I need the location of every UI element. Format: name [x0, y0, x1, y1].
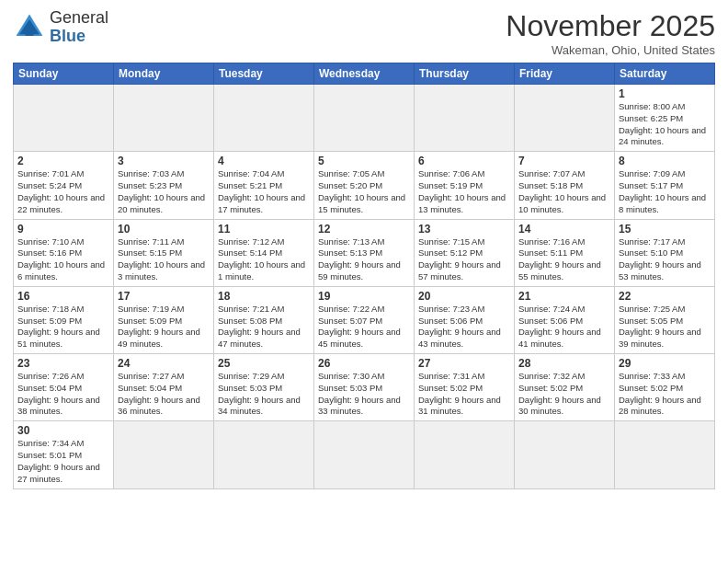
calendar-cell [515, 85, 615, 152]
day-info: Sunrise: 7:04 AMSunset: 5:21 PMDaylight:… [218, 168, 310, 215]
calendar-cell: 17Sunrise: 7:19 AMSunset: 5:09 PMDayligh… [114, 286, 214, 353]
day-info: Sunrise: 7:05 AMSunset: 5:20 PMDaylight:… [318, 168, 410, 215]
day-number: 12 [318, 223, 410, 236]
calendar-cell [314, 85, 415, 152]
day-number: 9 [17, 223, 109, 236]
calendar-cell: 18Sunrise: 7:21 AMSunset: 5:08 PMDayligh… [214, 286, 314, 353]
calendar-week-row: 23Sunrise: 7:26 AMSunset: 5:04 PMDayligh… [14, 354, 715, 421]
calendar-cell: 7Sunrise: 7:07 AMSunset: 5:18 PMDaylight… [515, 152, 615, 219]
calendar-cell [14, 85, 114, 152]
calendar-cell: 9Sunrise: 7:10 AMSunset: 5:16 PMDaylight… [14, 219, 114, 286]
calendar-cell: 24Sunrise: 7:27 AMSunset: 5:04 PMDayligh… [114, 354, 214, 421]
calendar-cell: 26Sunrise: 7:30 AMSunset: 5:03 PMDayligh… [314, 354, 415, 421]
calendar-cell: 21Sunrise: 7:24 AMSunset: 5:06 PMDayligh… [515, 286, 615, 353]
calendar-cell [515, 421, 615, 488]
col-thursday: Thursday [415, 63, 515, 85]
logo-general: General [50, 9, 108, 28]
day-info: Sunrise: 7:30 AMSunset: 5:03 PMDaylight:… [318, 371, 410, 418]
day-info: Sunrise: 7:24 AMSunset: 5:06 PMDaylight:… [518, 304, 610, 350]
calendar-week-row: 1Sunrise: 8:00 AMSunset: 6:25 PMDaylight… [14, 85, 715, 152]
col-tuesday: Tuesday [214, 63, 314, 85]
calendar-cell: 4Sunrise: 7:04 AMSunset: 5:21 PMDaylight… [214, 152, 314, 219]
day-number: 26 [318, 357, 410, 370]
day-number: 11 [218, 223, 310, 236]
logo-text: General Blue [50, 9, 108, 46]
day-number: 28 [518, 357, 610, 370]
day-info: Sunrise: 7:32 AMSunset: 5:02 PMDaylight:… [518, 371, 610, 418]
calendar-week-row: 16Sunrise: 7:18 AMSunset: 5:09 PMDayligh… [14, 286, 715, 353]
day-number: 6 [418, 155, 510, 167]
day-number: 21 [518, 290, 610, 303]
calendar-week-row: 9Sunrise: 7:10 AMSunset: 5:16 PMDaylight… [14, 219, 715, 286]
calendar-cell: 8Sunrise: 7:09 AMSunset: 5:17 PMDaylight… [615, 152, 715, 219]
day-number: 7 [518, 155, 610, 167]
calendar-cell: 2Sunrise: 7:01 AMSunset: 5:24 PMDaylight… [14, 152, 114, 219]
day-number: 23 [17, 357, 109, 370]
calendar-cell: 5Sunrise: 7:05 AMSunset: 5:20 PMDaylight… [314, 152, 415, 219]
calendar-cell [214, 85, 314, 152]
day-number: 3 [118, 155, 210, 167]
calendar-cell: 6Sunrise: 7:06 AMSunset: 5:19 PMDaylight… [415, 152, 515, 219]
calendar-cell [314, 421, 415, 488]
page: General Blue November 2025 Wakeman, Ohio… [0, 0, 728, 563]
logo-blue: Blue [50, 28, 108, 46]
day-info: Sunrise: 7:29 AMSunset: 5:03 PMDaylight:… [218, 371, 310, 418]
calendar-week-row: 2Sunrise: 7:01 AMSunset: 5:24 PMDaylight… [14, 152, 715, 219]
calendar-cell [114, 421, 214, 488]
calendar-cell: 20Sunrise: 7:23 AMSunset: 5:06 PMDayligh… [415, 286, 515, 353]
day-info: Sunrise: 7:23 AMSunset: 5:06 PMDaylight:… [418, 304, 510, 350]
col-monday: Monday [114, 63, 214, 85]
day-number: 17 [118, 290, 210, 303]
day-number: 10 [118, 223, 210, 236]
day-number: 15 [619, 223, 711, 236]
calendar-cell: 1Sunrise: 8:00 AMSunset: 6:25 PMDaylight… [615, 85, 715, 152]
calendar-cell: 16Sunrise: 7:18 AMSunset: 5:09 PMDayligh… [14, 286, 114, 353]
day-number: 19 [318, 290, 410, 303]
day-info: Sunrise: 7:10 AMSunset: 5:16 PMDaylight:… [17, 236, 109, 283]
calendar-header-row: Sunday Monday Tuesday Wednesday Thursday… [14, 63, 715, 85]
calendar-cell: 28Sunrise: 7:32 AMSunset: 5:02 PMDayligh… [515, 354, 615, 421]
day-number: 1 [619, 87, 711, 100]
calendar-cell: 3Sunrise: 7:03 AMSunset: 5:23 PMDaylight… [114, 152, 214, 219]
calendar-cell [615, 421, 715, 488]
day-number: 5 [318, 155, 410, 167]
header: General Blue November 2025 Wakeman, Ohio… [13, 9, 715, 57]
calendar-cell: 12Sunrise: 7:13 AMSunset: 5:13 PMDayligh… [314, 219, 415, 286]
col-sunday: Sunday [14, 63, 114, 85]
logo: General Blue [13, 9, 108, 46]
day-info: Sunrise: 7:07 AMSunset: 5:18 PMDaylight:… [518, 168, 610, 215]
calendar-table: Sunday Monday Tuesday Wednesday Thursday… [13, 63, 715, 489]
day-info: Sunrise: 7:01 AMSunset: 5:24 PMDaylight:… [17, 168, 109, 215]
day-number: 30 [17, 424, 109, 437]
day-number: 24 [118, 357, 210, 370]
calendar-cell: 10Sunrise: 7:11 AMSunset: 5:15 PMDayligh… [114, 219, 214, 286]
day-info: Sunrise: 7:27 AMSunset: 5:04 PMDaylight:… [118, 371, 210, 418]
day-number: 29 [619, 357, 711, 370]
day-number: 22 [619, 290, 711, 303]
col-friday: Friday [515, 63, 615, 85]
day-info: Sunrise: 7:16 AMSunset: 5:11 PMDaylight:… [518, 236, 610, 283]
calendar-week-row: 30Sunrise: 7:34 AMSunset: 5:01 PMDayligh… [14, 421, 715, 488]
day-number: 2 [17, 155, 109, 167]
calendar-cell: 15Sunrise: 7:17 AMSunset: 5:10 PMDayligh… [615, 219, 715, 286]
day-info: Sunrise: 7:26 AMSunset: 5:04 PMDaylight:… [17, 371, 109, 418]
day-number: 16 [17, 290, 109, 303]
day-info: Sunrise: 7:06 AMSunset: 5:19 PMDaylight:… [418, 168, 510, 215]
day-info: Sunrise: 7:13 AMSunset: 5:13 PMDaylight:… [318, 236, 410, 283]
day-info: Sunrise: 7:22 AMSunset: 5:07 PMDaylight:… [318, 304, 410, 350]
calendar-cell: 29Sunrise: 7:33 AMSunset: 5:02 PMDayligh… [615, 354, 715, 421]
calendar-cell: 22Sunrise: 7:25 AMSunset: 5:05 PMDayligh… [615, 286, 715, 353]
day-info: Sunrise: 7:21 AMSunset: 5:08 PMDaylight:… [218, 304, 310, 350]
month-title: November 2025 [506, 9, 715, 43]
location: Wakeman, Ohio, United States [506, 43, 715, 57]
day-number: 25 [218, 357, 310, 370]
day-info: Sunrise: 7:03 AMSunset: 5:23 PMDaylight:… [118, 168, 210, 215]
day-info: Sunrise: 7:11 AMSunset: 5:15 PMDaylight:… [118, 236, 210, 283]
day-info: Sunrise: 7:17 AMSunset: 5:10 PMDaylight:… [619, 236, 711, 283]
day-info: Sunrise: 7:34 AMSunset: 5:01 PMDaylight:… [17, 438, 109, 485]
calendar-cell: 25Sunrise: 7:29 AMSunset: 5:03 PMDayligh… [214, 354, 314, 421]
col-wednesday: Wednesday [314, 63, 415, 85]
calendar-cell: 30Sunrise: 7:34 AMSunset: 5:01 PMDayligh… [14, 421, 114, 488]
calendar-cell [114, 85, 214, 152]
col-saturday: Saturday [615, 63, 715, 85]
